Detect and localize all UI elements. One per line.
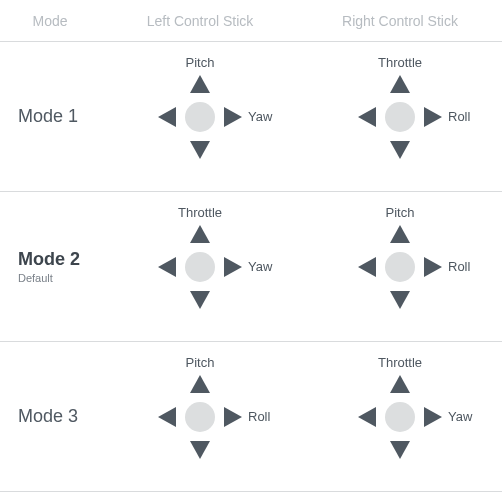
stick-top-label: Throttle [378, 355, 422, 370]
mode-cell: Mode 1 [0, 106, 100, 127]
control-stick-diagram: Pitch Yaw [125, 52, 275, 182]
arrow-up-icon [190, 75, 210, 93]
mode-label: Mode 1 [18, 106, 100, 127]
mode-cell: Mode 2 Default [0, 249, 100, 284]
stick-hub-icon [385, 402, 415, 432]
mode-label: Mode 2 [18, 249, 100, 270]
table-header: Mode Left Control Stick Right Control St… [0, 0, 502, 42]
table-row: Mode 1 Pitch Yaw Throttle Roll [0, 42, 502, 192]
stick-right-label: Roll [448, 109, 470, 124]
arrow-down-icon [190, 441, 210, 459]
stick-hub-icon [385, 252, 415, 282]
arrow-left-icon [158, 107, 176, 127]
stick-right-label: Roll [248, 409, 270, 424]
stick-top-label: Throttle [178, 205, 222, 220]
arrow-left-icon [358, 107, 376, 127]
stick-hub-icon [385, 102, 415, 132]
arrow-up-icon [390, 75, 410, 93]
arrow-down-icon [190, 141, 210, 159]
right-stick-cell: Pitch Roll [300, 192, 500, 342]
arrow-down-icon [390, 441, 410, 459]
arrow-up-icon [190, 375, 210, 393]
mode-cell: Mode 3 [0, 406, 100, 427]
stick-hub-icon [185, 252, 215, 282]
right-stick-cell: Throttle Yaw [300, 342, 500, 492]
header-mode: Mode [0, 13, 100, 29]
header-left: Left Control Stick [100, 13, 300, 29]
left-stick-cell: Pitch Roll [100, 342, 300, 492]
arrow-right-icon [224, 407, 242, 427]
control-stick-mode-table: Mode Left Control Stick Right Control St… [0, 0, 502, 492]
arrow-down-icon [190, 291, 210, 309]
arrow-left-icon [358, 407, 376, 427]
table-row: Mode 3 Pitch Roll Throttle Yaw [0, 342, 502, 492]
header-right: Right Control Stick [300, 13, 500, 29]
stick-right-label: Yaw [248, 259, 272, 274]
table-row: Mode 2 Default Throttle Yaw Pitch [0, 192, 502, 342]
arrow-right-icon [424, 407, 442, 427]
stick-hub-icon [185, 102, 215, 132]
stick-top-label: Pitch [186, 55, 215, 70]
left-stick-cell: Throttle Yaw [100, 192, 300, 342]
arrow-up-icon [390, 225, 410, 243]
stick-top-label: Pitch [186, 355, 215, 370]
control-stick-diagram: Pitch Roll [325, 202, 475, 332]
stick-right-label: Roll [448, 259, 470, 274]
stick-hub-icon [185, 402, 215, 432]
arrow-right-icon [424, 257, 442, 277]
stick-top-label: Pitch [386, 205, 415, 220]
stick-right-label: Yaw [448, 409, 472, 424]
mode-label: Mode 3 [18, 406, 100, 427]
mode-default-badge: Default [18, 272, 100, 284]
arrow-right-icon [424, 107, 442, 127]
stick-top-label: Throttle [378, 55, 422, 70]
control-stick-diagram: Throttle Yaw [125, 202, 275, 332]
arrow-right-icon [224, 257, 242, 277]
arrow-left-icon [158, 257, 176, 277]
arrow-down-icon [390, 291, 410, 309]
arrow-up-icon [190, 225, 210, 243]
control-stick-diagram: Throttle Yaw [325, 352, 475, 482]
control-stick-diagram: Throttle Roll [325, 52, 475, 182]
right-stick-cell: Throttle Roll [300, 42, 500, 192]
arrow-down-icon [390, 141, 410, 159]
stick-right-label: Yaw [248, 109, 272, 124]
arrow-left-icon [158, 407, 176, 427]
arrow-left-icon [358, 257, 376, 277]
control-stick-diagram: Pitch Roll [125, 352, 275, 482]
left-stick-cell: Pitch Yaw [100, 42, 300, 192]
arrow-up-icon [390, 375, 410, 393]
arrow-right-icon [224, 107, 242, 127]
